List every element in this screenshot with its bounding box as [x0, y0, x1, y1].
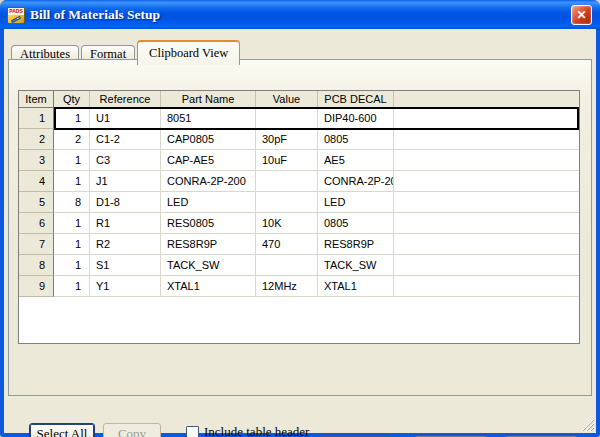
table-cell[interactable]: C3 — [90, 150, 161, 171]
table-cell[interactable] — [256, 171, 318, 192]
close-button[interactable]: ✕ — [571, 5, 592, 25]
bom-grid: ItemQtyReferencePart NameValuePCB DECAL1… — [19, 91, 579, 297]
table-cell[interactable]: 0805 — [318, 129, 394, 150]
table-cell[interactable]: 8051 — [161, 108, 256, 129]
table-cell[interactable] — [394, 150, 579, 171]
column-header-pcb-decal: PCB DECAL — [318, 91, 394, 108]
table-cell[interactable]: U1 — [90, 108, 161, 129]
row-header-cell[interactable]: 7 — [19, 234, 54, 255]
table-cell[interactable]: AE5 — [318, 150, 394, 171]
table-cell[interactable]: R2 — [90, 234, 161, 255]
table-cell[interactable]: 8 — [54, 192, 90, 213]
table-cell[interactable] — [256, 192, 318, 213]
table-cell[interactable]: LED — [318, 192, 394, 213]
table-cell[interactable]: CAP0805 — [161, 129, 256, 150]
row-header-cell[interactable]: 6 — [19, 213, 54, 234]
pads-logo-text: PADS — [8, 8, 24, 15]
column-header-qty: Qty — [54, 91, 90, 108]
copy-button[interactable]: Copy — [103, 423, 161, 437]
bom-setup-dialog: PADS Bill of Materials Setup ✕ Attribute… — [0, 0, 600, 437]
table-cell[interactable]: 10K — [256, 213, 318, 234]
resize-grip-icon[interactable] — [581, 418, 594, 431]
table-cell[interactable]: 1 — [54, 234, 90, 255]
table-cell[interactable] — [256, 108, 318, 129]
table-cell[interactable]: Y1 — [90, 276, 161, 297]
table-cell[interactable]: C1-2 — [90, 129, 161, 150]
pads-logo-icon: PADS — [7, 7, 25, 24]
table-cell[interactable]: LED — [161, 192, 256, 213]
tab-panel-clipboard-view: ItemQtyReferencePart NameValuePCB DECAL1… — [8, 59, 592, 396]
table-cell[interactable]: RES8R9P — [318, 234, 394, 255]
table-cell[interactable] — [394, 234, 579, 255]
table-cell[interactable]: D1-8 — [90, 192, 161, 213]
table-cell[interactable]: CONRA-2P-200 — [161, 171, 256, 192]
table-cell[interactable] — [394, 255, 579, 276]
table-cell[interactable]: CAP-AE5 — [161, 150, 256, 171]
table-cell[interactable]: 10uF — [256, 150, 318, 171]
table-cell[interactable]: CONRA-2P-200 — [318, 171, 394, 192]
row-header-cell[interactable]: 5 — [19, 192, 54, 213]
row-header-cell[interactable]: 4 — [19, 171, 54, 192]
table-cell[interactable]: RES8R9P — [161, 234, 256, 255]
row-header-cell[interactable]: 3 — [19, 150, 54, 171]
table-cell[interactable]: TACK_SW — [161, 255, 256, 276]
tab-clipboard-view[interactable]: Clipboard View — [137, 40, 240, 65]
row-header-cell[interactable]: 1 — [19, 108, 54, 129]
table-cell[interactable]: TACK_SW — [318, 255, 394, 276]
column-header-part-name: Part Name — [161, 91, 256, 108]
table-cell[interactable]: XTAL1 — [318, 276, 394, 297]
column-header-reference: Reference — [90, 91, 161, 108]
row-header-cell[interactable]: 2 — [19, 129, 54, 150]
table-cell[interactable] — [394, 213, 579, 234]
column-header-value: Value — [256, 91, 318, 108]
table-cell[interactable] — [394, 129, 579, 150]
table-cell[interactable]: 12MHz — [256, 276, 318, 297]
table-cell[interactable]: 30pF — [256, 129, 318, 150]
table-cell[interactable]: XTAL1 — [161, 276, 256, 297]
table-cell[interactable]: 1 — [54, 213, 90, 234]
table-cell[interactable] — [394, 171, 579, 192]
table-cell[interactable] — [256, 255, 318, 276]
close-icon: ✕ — [576, 8, 586, 22]
table-cell[interactable]: DIP40-600 — [318, 108, 394, 129]
table-cell[interactable]: 1 — [54, 150, 90, 171]
include-header-checkbox[interactable] — [186, 426, 199, 437]
select-all-button[interactable]: Select All — [29, 423, 95, 437]
table-cell[interactable] — [394, 192, 579, 213]
row-header-cell[interactable]: 8 — [19, 255, 54, 276]
table-cell[interactable]: 1 — [54, 171, 90, 192]
pencil-icon — [11, 15, 21, 22]
table-cell[interactable]: RES0805 — [161, 213, 256, 234]
titlebar[interactable]: PADS Bill of Materials Setup ✕ — [0, 0, 600, 30]
column-header-item: Item — [19, 91, 54, 108]
table-cell[interactable]: 0805 — [318, 213, 394, 234]
bom-table: ItemQtyReferencePart NameValuePCB DECAL1… — [18, 90, 580, 344]
include-header-row: Include table header — [186, 424, 309, 437]
table-cell[interactable] — [394, 108, 579, 129]
window-title: Bill of Materials Setup — [30, 7, 160, 23]
table-cell[interactable]: R1 — [90, 213, 161, 234]
table-cell[interactable]: 1 — [54, 255, 90, 276]
table-cell[interactable]: S1 — [90, 255, 161, 276]
row-header-cell[interactable]: 9 — [19, 276, 54, 297]
table-cell[interactable]: J1 — [90, 171, 161, 192]
table-cell[interactable]: 1 — [54, 276, 90, 297]
dialog-body: Attributes Format Clipboard View ItemQty… — [4, 29, 596, 433]
column-header-blank — [394, 91, 579, 108]
table-cell[interactable]: 1 — [54, 108, 90, 129]
table-cell[interactable] — [394, 276, 579, 297]
table-cell[interactable]: 2 — [54, 129, 90, 150]
table-cell[interactable]: 470 — [256, 234, 318, 255]
include-header-label[interactable]: Include table header — [204, 424, 309, 437]
